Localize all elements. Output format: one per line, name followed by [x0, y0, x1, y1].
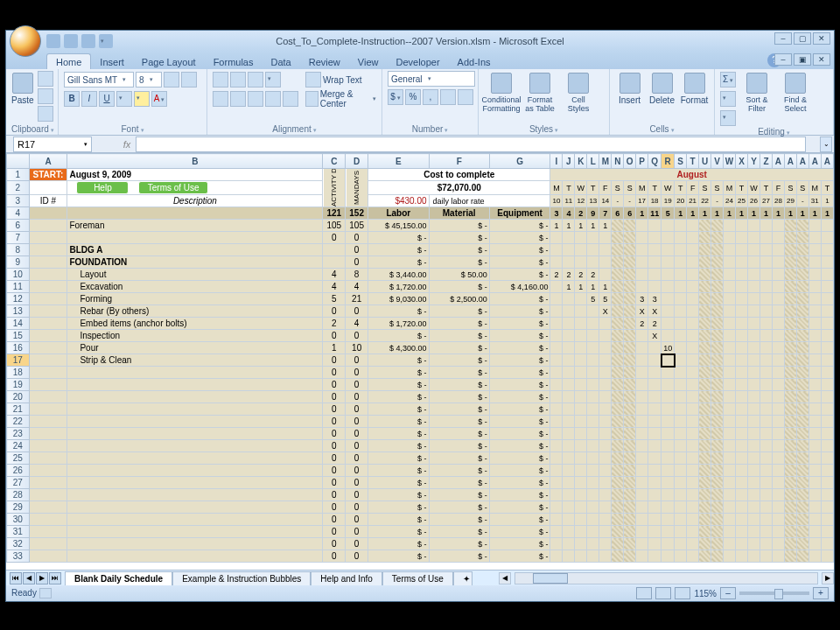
day-cell[interactable] — [760, 538, 772, 550]
day-cell[interactable] — [675, 269, 687, 281]
day-cell[interactable] — [687, 293, 699, 305]
wrap-text-button[interactable]: Wrap Text — [305, 71, 376, 88]
day-cell[interactable] — [821, 465, 833, 477]
day-cell[interactable] — [699, 489, 711, 501]
day-cell[interactable] — [711, 403, 724, 416]
day-cell[interactable] — [648, 379, 662, 391]
day-cell[interactable] — [784, 354, 796, 367]
activity-days-cell[interactable]: 0 — [323, 330, 346, 342]
day-cell[interactable] — [772, 318, 784, 330]
sheet-tab[interactable]: Terms of Use — [382, 571, 453, 585]
day-cell[interactable] — [575, 526, 587, 538]
day-cell[interactable] — [599, 342, 612, 354]
day-cell[interactable] — [575, 440, 587, 452]
day-cell[interactable] — [796, 477, 808, 489]
day-cell[interactable] — [648, 256, 662, 269]
day-cell[interactable]: 5 — [587, 293, 599, 305]
day-cell[interactable] — [662, 281, 675, 293]
day-cell[interactable] — [772, 305, 784, 318]
currency-icon[interactable]: $ — [388, 89, 403, 105]
day-cell[interactable] — [599, 440, 612, 452]
day-cell[interactable] — [772, 256, 784, 269]
tab-insert[interactable]: Insert — [91, 54, 133, 69]
labor-cell[interactable]: $ 45,150.00 — [368, 220, 429, 232]
day-cell[interactable] — [699, 391, 711, 403]
align-right-icon[interactable] — [248, 91, 263, 107]
day-cell[interactable] — [736, 318, 748, 330]
day-cell[interactable] — [675, 526, 687, 538]
day-cell[interactable] — [821, 256, 833, 269]
day-cell[interactable] — [687, 318, 699, 330]
day-cell[interactable] — [599, 514, 612, 526]
format-cells-button[interactable]: Format — [680, 71, 709, 105]
day-cell[interactable] — [772, 550, 784, 563]
day-cell[interactable] — [662, 440, 675, 452]
day-cell[interactable] — [821, 305, 833, 318]
day-cell[interactable] — [821, 318, 833, 330]
day-cell[interactable] — [772, 269, 784, 281]
day-cell[interactable] — [648, 244, 662, 256]
equipment-cell[interactable]: $ - — [489, 354, 550, 367]
equipment-cell[interactable]: $ - — [489, 232, 550, 244]
day-cell[interactable] — [575, 256, 587, 269]
day-cell[interactable] — [772, 452, 784, 465]
day-cell[interactable] — [772, 281, 784, 293]
day-cell[interactable] — [796, 550, 808, 563]
tab-data[interactable]: Data — [262, 54, 299, 69]
day-cell[interactable] — [550, 293, 563, 305]
day-cell[interactable] — [711, 293, 724, 305]
fill-color-icon[interactable] — [134, 91, 150, 107]
mandays-cell[interactable]: 0 — [346, 244, 368, 256]
day-cell[interactable] — [587, 318, 599, 330]
day-cell[interactable] — [711, 538, 724, 550]
day-cell[interactable] — [724, 550, 736, 563]
day-cell[interactable] — [808, 379, 821, 391]
day-cell[interactable] — [563, 452, 575, 465]
day-cell[interactable]: 1 — [550, 220, 563, 232]
format-painter-icon[interactable] — [38, 106, 53, 122]
day-cell[interactable] — [736, 281, 748, 293]
day-cell[interactable] — [587, 489, 599, 501]
sheet-nav-next[interactable]: ▶ — [36, 572, 48, 584]
day-cell[interactable] — [687, 354, 699, 367]
activity-days-cell[interactable]: 2 — [323, 318, 346, 330]
day-cell[interactable] — [736, 514, 748, 526]
activity-days-cell[interactable]: 0 — [323, 305, 346, 318]
day-cell[interactable] — [550, 232, 563, 244]
day-cell[interactable] — [711, 391, 724, 403]
day-cell[interactable] — [599, 269, 612, 281]
day-cell[interactable] — [784, 514, 796, 526]
day-cell[interactable] — [587, 550, 599, 563]
day-cell[interactable] — [636, 452, 648, 465]
sort-filter-button[interactable]: Sort & Filter — [739, 71, 774, 113]
day-cell[interactable] — [784, 220, 796, 232]
day-cell[interactable] — [636, 465, 648, 477]
day-cell[interactable] — [808, 367, 821, 379]
day-cell[interactable] — [624, 293, 636, 305]
day-cell[interactable] — [624, 244, 636, 256]
day-cell[interactable] — [784, 244, 796, 256]
day-cell[interactable] — [662, 305, 675, 318]
day-cell[interactable] — [662, 489, 675, 501]
day-cell[interactable] — [760, 416, 772, 428]
day-cell[interactable] — [648, 416, 662, 428]
day-cell[interactable] — [711, 318, 724, 330]
day-cell[interactable] — [563, 305, 575, 318]
day-cell[interactable] — [624, 440, 636, 452]
day-cell[interactable] — [687, 281, 699, 293]
day-cell[interactable] — [808, 391, 821, 403]
day-cell[interactable] — [612, 526, 624, 538]
underline-icon[interactable]: U — [99, 91, 115, 107]
new-sheet-button[interactable]: ✦ — [453, 571, 472, 585]
help-button[interactable]: Help — [76, 181, 129, 194]
day-cell[interactable] — [662, 465, 675, 477]
day-cell[interactable] — [648, 550, 662, 563]
day-cell[interactable] — [724, 318, 736, 330]
day-cell[interactable] — [648, 403, 662, 416]
day-cell[interactable] — [724, 281, 736, 293]
day-cell[interactable] — [736, 416, 748, 428]
day-cell[interactable] — [675, 281, 687, 293]
day-cell[interactable] — [636, 501, 648, 514]
day-cell[interactable] — [736, 440, 748, 452]
day-cell[interactable] — [550, 403, 563, 416]
